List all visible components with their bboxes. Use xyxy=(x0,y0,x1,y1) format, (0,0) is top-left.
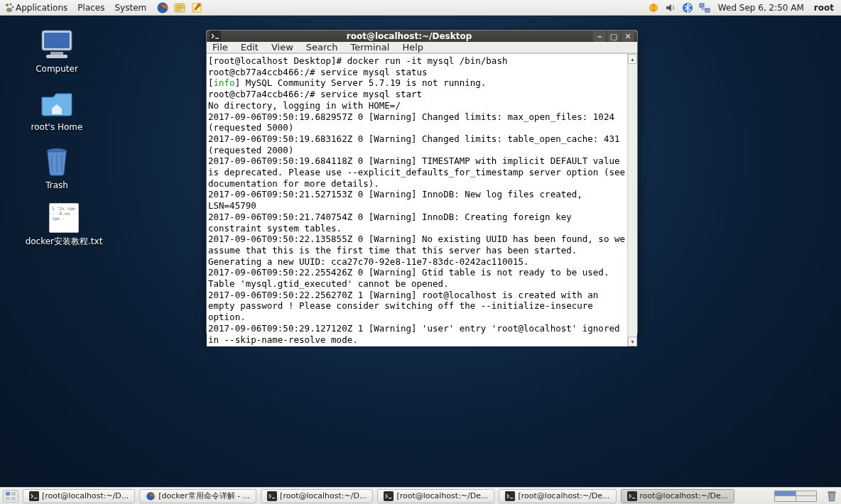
clock[interactable]: Wed Sep 6, 2:50 AM xyxy=(718,3,804,13)
scroll-up-button[interactable]: ▴ xyxy=(628,54,637,64)
updates-icon[interactable] xyxy=(647,1,660,14)
window-minimize-button[interactable]: － xyxy=(593,31,606,42)
workspace-1[interactable] xyxy=(775,491,796,496)
firefox-icon xyxy=(146,491,156,501)
workspace-2[interactable] xyxy=(796,491,817,496)
svg-rect-25 xyxy=(505,491,515,501)
svg-rect-9 xyxy=(700,4,704,7)
desktop-icon-docker-txt[interactable]: 1 ^2x rpm - -8.no rpm - docker安装教程.txt xyxy=(14,203,114,248)
taskbar-task[interactable]: [docker常用命令详解 - ... xyxy=(139,489,256,503)
svg-point-2 xyxy=(12,6,14,8)
show-desktop-button[interactable] xyxy=(3,490,18,503)
terminal-scrollbar[interactable]: ▴ ▾ xyxy=(627,54,637,346)
svg-rect-16 xyxy=(210,31,221,42)
workspace-3[interactable] xyxy=(775,496,796,501)
text-file-icon: 1 ^2x rpm - -8.no rpm - xyxy=(49,203,79,233)
folder-home-icon xyxy=(37,87,77,119)
svg-rect-20 xyxy=(11,497,16,500)
window-title: root@localhost:~/Desktop xyxy=(225,31,593,41)
desktop-icon-label: docker安装教程.txt xyxy=(14,236,114,248)
firefox-icon[interactable] xyxy=(156,1,169,14)
user-menu[interactable]: root xyxy=(814,3,834,13)
taskbar-task[interactable]: root@localhost:~/De... xyxy=(621,489,735,503)
desktop-icon-label: Trash xyxy=(14,180,99,190)
taskbar-task-label: root@localhost:~/De... xyxy=(640,491,729,500)
taskbar-task[interactable]: [root@localhost:~/D... xyxy=(23,489,135,503)
desktop-icon-home[interactable]: root's Home xyxy=(14,87,99,132)
desktop-icon-computer[interactable]: Computer xyxy=(14,28,99,74)
svg-rect-21 xyxy=(29,491,39,501)
taskbar-task-label: [root@localhost:~/De... xyxy=(396,491,488,500)
menu-terminal[interactable]: Terminal xyxy=(350,42,389,53)
taskbar-task-label: [root@localhost:~/D... xyxy=(42,491,129,500)
volume-icon[interactable] xyxy=(664,1,677,14)
terminal-icon xyxy=(210,31,221,42)
desktop-icons: Computer root's Home Trash 1 ^2x rpm - -… xyxy=(14,28,128,261)
workspace-switcher[interactable] xyxy=(774,491,817,502)
bottom-panel: [root@localhost:~/D...[docker常用命令详解 - ..… xyxy=(0,487,841,504)
svg-rect-17 xyxy=(6,492,10,495)
taskbar-task[interactable]: [root@localhost:~/De... xyxy=(499,489,616,503)
svg-rect-19 xyxy=(6,497,10,500)
desktop-icon-trash[interactable]: Trash xyxy=(14,145,99,190)
scroll-down-button[interactable]: ▾ xyxy=(628,336,637,346)
terminal-output[interactable]: [root@localhost Desktop]# docker run -it… xyxy=(207,54,627,346)
window-close-button[interactable]: ✕ xyxy=(622,31,634,42)
terminal-icon xyxy=(29,491,39,501)
taskbar-task-label: [docker常用命令详解 - ... xyxy=(158,491,250,501)
menu-system[interactable]: System xyxy=(114,3,146,13)
panel-trash-icon[interactable] xyxy=(825,490,838,503)
svg-rect-14 xyxy=(46,55,67,58)
terminal-window: root@localhost:~/Desktop － ▢ ✕ File Edit… xyxy=(206,30,638,335)
terminal-icon xyxy=(505,491,515,501)
terminal-icon xyxy=(384,491,394,501)
desktop-icon-label: Computer xyxy=(14,64,99,74)
help-icon[interactable] xyxy=(173,1,186,14)
gnome-foot-icon xyxy=(4,2,16,13)
monitor-icon xyxy=(37,28,77,61)
terminal-menubar: File Edit View Search Terminal Help xyxy=(207,42,637,53)
terminal-icon xyxy=(267,491,277,501)
bluetooth-icon[interactable] xyxy=(681,1,694,14)
svg-rect-26 xyxy=(627,491,637,501)
svg-rect-18 xyxy=(11,492,16,495)
trash-icon xyxy=(37,145,77,177)
taskbar-task[interactable]: [root@localhost:~/De... xyxy=(377,489,494,503)
menu-places[interactable]: Places xyxy=(77,3,104,13)
svg-rect-23 xyxy=(267,491,277,501)
menu-view[interactable]: View xyxy=(271,42,293,53)
menu-help[interactable]: Help xyxy=(402,42,423,53)
svg-rect-13 xyxy=(50,52,63,55)
svg-point-3 xyxy=(6,8,12,12)
window-titlebar[interactable]: root@localhost:~/Desktop － ▢ ✕ xyxy=(207,31,637,42)
svg-rect-12 xyxy=(44,33,70,48)
notes-icon[interactable] xyxy=(190,1,203,14)
taskbar-task[interactable]: [root@localhost:~/D... xyxy=(261,489,373,503)
svg-rect-24 xyxy=(384,491,394,501)
desktop-icon-label: root's Home xyxy=(14,122,99,132)
menu-edit[interactable]: Edit xyxy=(241,42,259,53)
top-panel: Applications Places System Wed Sep 6, 2:… xyxy=(0,0,841,16)
taskbar-task-label: [root@localhost:~/D... xyxy=(280,491,367,500)
network-icon[interactable] xyxy=(698,1,711,14)
menu-search[interactable]: Search xyxy=(306,42,338,53)
menu-file[interactable]: File xyxy=(212,42,228,53)
workspace-4[interactable] xyxy=(796,496,817,501)
svg-point-0 xyxy=(6,4,9,6)
window-maximize-button[interactable]: ▢ xyxy=(607,31,620,42)
terminal-icon xyxy=(627,491,637,501)
svg-point-1 xyxy=(9,3,11,5)
taskbar-task-label: [root@localhost:~/De... xyxy=(518,491,609,500)
svg-rect-27 xyxy=(828,491,835,493)
menu-applications[interactable]: Applications xyxy=(16,3,67,13)
